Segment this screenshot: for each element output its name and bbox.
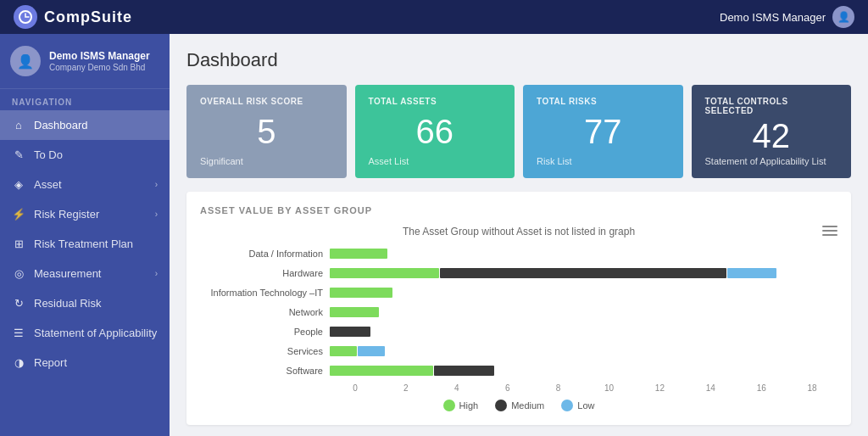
bar-high [330,307,379,317]
chart-x-axis: 024681012141618 [330,383,837,393]
x-axis-label: 2 [381,383,431,393]
logo: CompSuite [14,5,132,29]
chart-bar-group [330,248,837,260]
sidebar-item-dashboard[interactable]: ⌂ Dashboard [0,110,170,140]
sidebar-label-soa: Statement of Applicability [34,327,157,339]
sidebar-label-dashboard: Dashboard [34,119,88,131]
bar-medium [434,366,494,376]
x-axis-label: 10 [584,383,635,393]
chart-row-label: Software [200,366,323,376]
chart-menu-icon[interactable] [822,226,837,236]
bar-low [727,268,776,278]
topbar: CompSuite Demo ISMS Manager 👤 [0,0,868,34]
bar-low [358,346,385,356]
chart-note: The Asset Group without Asset is not lis… [200,226,837,238]
stat-value-controls: 42 [705,119,838,153]
stat-value-assets: 66 [369,115,502,148]
chart-row-label: Information Technology –IT [200,288,323,298]
stat-sub-assets: Asset List [369,156,502,166]
legend-dot-high [443,400,455,411]
home-icon: ⌂ [12,119,25,131]
bar-medium [440,268,726,278]
sidebar-item-report[interactable]: ◑ Report [0,348,170,377]
risk-treatment-icon: ⊞ [12,238,25,250]
legend-dot-low [561,400,573,411]
stat-card-assets: Total Assets 66 Asset List [355,85,515,178]
bar-medium [330,327,370,337]
chart-row: Software [200,363,837,378]
chart-row: People [200,324,837,339]
measurement-icon: ◎ [12,267,25,280]
sidebar-label-todo: To Do [34,148,63,161]
logo-icon [14,5,37,29]
stat-cards: Overall Risk Score 5 Significant Total A… [186,85,851,178]
asset-icon: ◈ [12,178,25,191]
chart-row: Information Technology –IT [200,285,837,300]
legend-label-medium: Medium [511,400,544,411]
sidebar-item-soa[interactable]: ☰ Statement of Applicability [0,318,170,348]
nav-label: Navigation [0,89,170,110]
main-layout: 👤 Demo ISMS Manager Company Demo Sdn Bhd… [0,34,868,436]
chart-row-label: People [200,327,323,337]
stat-sub-controls: Statement of Applicability List [705,156,838,166]
topbar-avatar: 👤 [832,6,854,28]
stat-label-risks: Total Risks [537,97,670,106]
chart-bar-group [330,345,837,357]
bar-high [330,346,357,356]
stat-value-risks: 77 [537,115,670,148]
user-name: Demo ISMS Manager [49,50,150,64]
legend-dot-medium [495,400,507,411]
sidebar-item-todo[interactable]: ✎ To Do [0,140,170,170]
chart-bar-group [330,287,837,299]
chart-row: Data / Information [200,246,837,261]
chart-bars-area: Data / InformationHardwareInformation Te… [200,246,837,378]
sidebar-item-asset[interactable]: ◈ Asset › [0,170,170,199]
sidebar-label-residual-risk: Residual Risk [34,297,101,310]
user-company: Company Demo Sdn Bhd [49,63,150,72]
soa-icon: ☰ [12,327,25,339]
x-axis-label: 12 [634,383,685,393]
chart-legend: High Medium Low [200,400,837,411]
x-axis-label: 0 [330,383,381,393]
sidebar-item-measurement[interactable]: ◎ Measurement › [0,259,170,288]
topbar-user: Demo ISMS Manager 👤 [720,6,854,28]
sidebar-item-residual-risk[interactable]: ↻ Residual Risk [0,288,170,318]
stat-card-risks: Total Risks 77 Risk List [523,85,683,178]
chevron-right-icon2: › [155,210,158,219]
chart-bar-group [330,267,837,279]
chart-section: Asset Value by Asset Group The Asset Gro… [186,192,851,425]
legend-medium: Medium [495,400,544,411]
report-icon: ◑ [12,356,25,369]
stat-value-risk: 5 [200,115,333,148]
stat-sub-risks: Risk List [537,156,670,166]
chart-row: Network [200,305,837,320]
sidebar-item-risk-register[interactable]: ⚡ Risk Register › [0,199,170,229]
menu-lines [822,226,837,236]
chart-row-label: Data / Information [200,249,323,259]
sidebar: 👤 Demo ISMS Manager Company Demo Sdn Bhd… [0,34,170,436]
bar-high [330,366,433,376]
stat-label-controls: Total Controls Selected [705,97,838,115]
sidebar-item-risk-treatment[interactable]: ⊞ Risk Treatment Plan [0,229,170,259]
x-axis-label: 18 [787,383,837,393]
risk-register-icon: ⚡ [12,208,25,221]
bar-high [330,268,439,278]
x-axis-label: 8 [533,383,584,393]
sidebar-user-profile: 👤 Demo ISMS Manager Company Demo Sdn Bhd [0,34,170,89]
chart-row-label: Network [200,307,323,317]
legend-label-low: Low [577,400,594,411]
x-axis-label: 4 [431,383,482,393]
legend-label-high: High [459,400,479,411]
chart-bar-group [330,365,837,377]
sidebar-label-risk-treatment: Risk Treatment Plan [34,238,133,250]
chart-row: Hardware [200,266,837,281]
logo-text: CompSuite [44,8,132,26]
chevron-right-icon: › [155,180,158,189]
residual-risk-icon: ↻ [12,297,25,310]
chart-container: The Asset Group without Asset is not lis… [200,226,837,411]
todo-icon: ✎ [12,148,25,161]
sidebar-label-measurement: Measurement [34,267,101,280]
chart-row-label: Hardware [200,268,323,278]
bar-high [330,288,392,298]
chart-bar-group [330,326,837,338]
